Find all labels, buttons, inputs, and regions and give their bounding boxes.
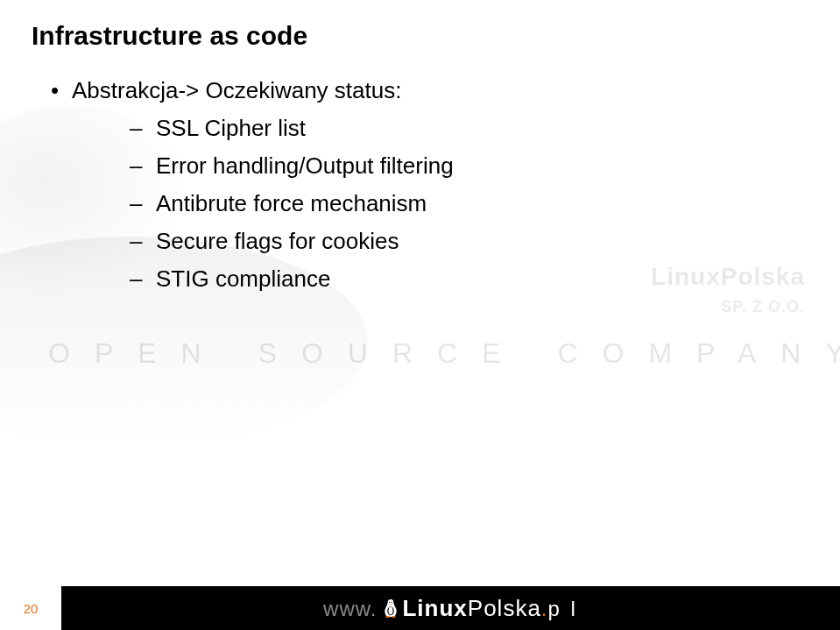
penguin-icon bbox=[382, 597, 399, 621]
url-tld: p l bbox=[548, 597, 578, 621]
list-item: Secure flags for cookies bbox=[130, 226, 808, 257]
list-item: STIG compliance bbox=[130, 264, 808, 294]
watermark-company-suffix: SP. Z O.O. bbox=[721, 298, 805, 316]
sub-bullet-list: SSL Cipher list Error handling/Output fi… bbox=[72, 113, 808, 294]
list-item: SSL Cipher list bbox=[130, 113, 808, 144]
svg-point-1 bbox=[390, 602, 391, 603]
list-item-label: Abstrakcja-> Oczekiwany status: bbox=[72, 77, 401, 103]
url-www: www. bbox=[323, 597, 377, 621]
slide-footer: 20 www. Linux Polska . p l bbox=[0, 586, 840, 630]
page-number: 20 bbox=[0, 586, 61, 630]
svg-point-3 bbox=[386, 616, 391, 618]
list-item: Error handling/Output filtering bbox=[130, 151, 808, 181]
url-polska: Polska bbox=[468, 595, 541, 622]
watermark-tagline: OPEN SOURCE COMPANY bbox=[48, 337, 805, 370]
main-bullet-list: Abstrakcja-> Oczekiwany status: SSL Ciph… bbox=[32, 77, 808, 294]
list-item: Abstrakcja-> Oczekiwany status: SSL Ciph… bbox=[51, 77, 808, 294]
slide-title: Infrastructure as code bbox=[32, 21, 808, 51]
url-linux: Linux bbox=[402, 595, 467, 622]
url-separator: . bbox=[541, 597, 548, 621]
svg-point-2 bbox=[392, 602, 392, 603]
footer-url: www. Linux Polska . p l bbox=[323, 595, 578, 622]
list-item: Antibrute force mechanism bbox=[130, 188, 808, 219]
footer-bar: www. Linux Polska . p l bbox=[61, 586, 840, 630]
svg-point-4 bbox=[392, 616, 396, 618]
slide-content: Infrastructure as code Abstrakcja-> Ocze… bbox=[0, 0, 840, 294]
